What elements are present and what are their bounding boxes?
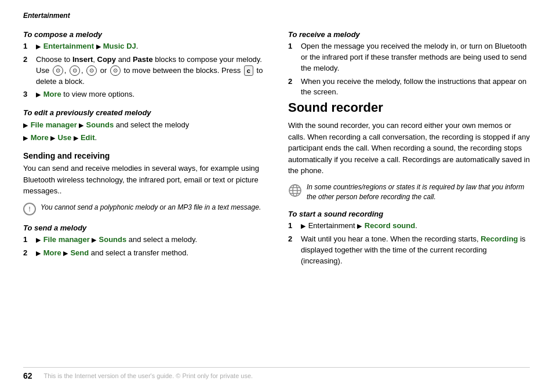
recording-step-1: 1 ▶ Entertainment ▶ Record sound. bbox=[288, 221, 530, 232]
left-column: To compose a melody 1 ▶ Entertainment ▶ … bbox=[23, 30, 265, 356]
step-3-content: ▶ More to view more options. bbox=[36, 89, 265, 100]
insert-label: Insert bbox=[72, 55, 93, 64]
period-3: . bbox=[415, 221, 417, 230]
circle-icon-4: ⊙ bbox=[110, 65, 121, 76]
step-1: 1 ▶ Entertainment ▶ Music DJ. bbox=[23, 41, 265, 52]
header-title: Entertainment bbox=[23, 12, 70, 20]
compose-melody-title: To compose a melody bbox=[23, 30, 265, 39]
page: Entertainment To compose a melody 1 ▶ En… bbox=[0, 0, 553, 392]
sounds-link-2[interactable]: Sounds bbox=[99, 235, 127, 244]
receive-step-2-content: When you receive the melody, follow the … bbox=[301, 76, 530, 98]
receive-step-num-2: 2 bbox=[288, 76, 299, 87]
step-num-2: 2 bbox=[23, 54, 34, 65]
arrow-icon-7: ▶ bbox=[50, 134, 57, 141]
send-link[interactable]: Send bbox=[70, 248, 89, 257]
start-recording-steps: 1 ▶ Entertainment ▶ Record sound. 2 Wait… bbox=[288, 221, 530, 266]
send-step-num-1: 1 bbox=[23, 235, 34, 246]
step-num-3: 3 bbox=[23, 89, 34, 100]
record-sound-link[interactable]: Record sound bbox=[365, 221, 415, 230]
note-text-1: You cannot send a polyphonic melody or a… bbox=[41, 203, 261, 213]
send-melody-title: To send a melody bbox=[23, 224, 265, 232]
arrow-icon-11: ▶ bbox=[36, 250, 41, 257]
entertainment-text: Entertainment bbox=[308, 221, 358, 230]
step-2-content: Choose to Insert, Copy and Paste blocks … bbox=[36, 54, 265, 87]
sounds-link[interactable]: Sounds bbox=[86, 120, 114, 129]
edit-melody-title: To edit a previously created melody bbox=[23, 108, 265, 117]
recording-status: Recording bbox=[481, 235, 518, 243]
arrow-icon-2: ▶ bbox=[96, 43, 103, 50]
send-step-2-text: and select a transfer method. bbox=[91, 248, 188, 257]
copy-label: Copy bbox=[97, 55, 117, 64]
columns: To compose a melody 1 ▶ Entertainment ▶ … bbox=[23, 30, 530, 356]
receive-step-2: 2 When you receive the melody, follow th… bbox=[288, 76, 530, 98]
recording-step-1-content: ▶ Entertainment ▶ Record sound. bbox=[301, 221, 530, 232]
step-2: 2 Choose to Insert, Copy and Paste block… bbox=[23, 54, 265, 87]
music-dj-link[interactable]: Music DJ bbox=[103, 42, 136, 50]
start-recording-title: To start a sound recording bbox=[288, 210, 530, 218]
page-number: 62 bbox=[23, 371, 32, 380]
send-melody-steps: 1 ▶ File manager ▶ Sounds and select a m… bbox=[23, 235, 265, 259]
recording-step-num-1: 1 bbox=[288, 221, 299, 232]
circle-icon-3: ⊙ bbox=[86, 65, 97, 76]
sending-receiving-title: Sending and receiving bbox=[23, 151, 265, 160]
send-step-1: 1 ▶ File manager ▶ Sounds and select a m… bbox=[23, 235, 265, 246]
send-step-1-text: and select a melody. bbox=[129, 235, 197, 244]
sound-recorder-body: With the sound recorder, you can record … bbox=[288, 120, 530, 177]
receive-step-1-content: Open the message you received the melody… bbox=[301, 41, 530, 74]
footer-text: This is the Internet version of the user… bbox=[44, 372, 253, 379]
receive-melody-title: To receive a melody bbox=[288, 30, 530, 39]
arrow-icon-9: ▶ bbox=[36, 236, 41, 243]
arrow-icon-4: ▶ bbox=[23, 122, 28, 129]
step-3: 3 ▶ More to view more options. bbox=[23, 89, 265, 100]
edit-melody-line2: ▶ More ▶ Use ▶ Edit. bbox=[23, 132, 265, 144]
recording-step-2: 2 Wait until you hear a tone. When the r… bbox=[288, 234, 530, 267]
sending-receiving-body: You can send and receive melodies in sev… bbox=[23, 163, 265, 197]
circle-icon-2: ⊙ bbox=[70, 65, 80, 76]
edit-melody-line1: ▶ File manager ▶ Sounds and select the m… bbox=[23, 119, 265, 131]
receive-step-1: 1 Open the message you received the melo… bbox=[288, 41, 530, 74]
receive-step-num-1: 1 bbox=[288, 41, 299, 52]
page-footer: 62 This is the Internet version of the u… bbox=[23, 367, 530, 380]
step-num-1: 1 bbox=[23, 41, 34, 52]
right-column: To receive a melody 1 Open the message y… bbox=[288, 30, 530, 356]
recording-step-2-content: Wait until you hear a tone. When the rec… bbox=[301, 234, 530, 267]
period-2: . bbox=[94, 133, 97, 142]
recording-step-num-2: 2 bbox=[288, 234, 299, 245]
sound-recorder-heading: Sound recorder bbox=[288, 100, 530, 115]
file-manager-link-2[interactable]: File manager bbox=[43, 235, 90, 244]
arrow-icon-5: ▶ bbox=[79, 122, 85, 129]
arrow-icon: ▶ bbox=[36, 43, 41, 50]
send-step-2-content: ▶ More ▶ Send and select a transfer meth… bbox=[36, 248, 265, 259]
entertainment-link[interactable]: Entertainment bbox=[43, 42, 94, 50]
period: . bbox=[136, 42, 139, 50]
step-1-content: ▶ Entertainment ▶ Music DJ. bbox=[36, 41, 265, 52]
globe-note-icon bbox=[288, 184, 302, 199]
law-note-text: In some countries/regions or states it i… bbox=[307, 182, 530, 202]
arrow-icon-3: ▶ bbox=[36, 91, 41, 98]
c-key: c bbox=[244, 65, 253, 76]
edit-line1-text: and select the melody bbox=[116, 120, 189, 129]
more-link-2[interactable]: More bbox=[31, 133, 49, 142]
send-step-num-2: 2 bbox=[23, 248, 34, 259]
page-header: Entertainment bbox=[23, 12, 530, 20]
arrow-icon-6: ▶ bbox=[23, 134, 28, 141]
circle-icon-1: ⊙ bbox=[53, 65, 63, 76]
warning-icon: ! bbox=[23, 203, 36, 215]
arrow-icon-13: ▶ bbox=[301, 222, 305, 229]
more-link-3[interactable]: More bbox=[43, 248, 61, 257]
arrow-icon-8: ▶ bbox=[74, 134, 80, 141]
send-step-2: 2 ▶ More ▶ Send and select a transfer me… bbox=[23, 248, 265, 259]
more-link[interactable]: More bbox=[43, 90, 61, 98]
paste-label: Paste bbox=[133, 55, 153, 64]
law-note-box: In some countries/regions or states it i… bbox=[288, 182, 530, 202]
note-box-1: ! You cannot send a polyphonic melody or… bbox=[23, 203, 265, 215]
send-step-1-content: ▶ File manager ▶ Sounds and select a mel… bbox=[36, 235, 265, 246]
arrow-icon-12: ▶ bbox=[63, 250, 70, 257]
edit-link[interactable]: Edit bbox=[81, 133, 95, 142]
compose-melody-steps: 1 ▶ Entertainment ▶ Music DJ. 2 Choose t… bbox=[23, 41, 265, 100]
arrow-icon-10: ▶ bbox=[92, 236, 98, 243]
arrow-icon-14: ▶ bbox=[357, 222, 362, 229]
receive-melody-steps: 1 Open the message you received the melo… bbox=[288, 41, 530, 98]
use-link[interactable]: Use bbox=[57, 133, 71, 142]
file-manager-link[interactable]: File manager bbox=[31, 120, 77, 129]
